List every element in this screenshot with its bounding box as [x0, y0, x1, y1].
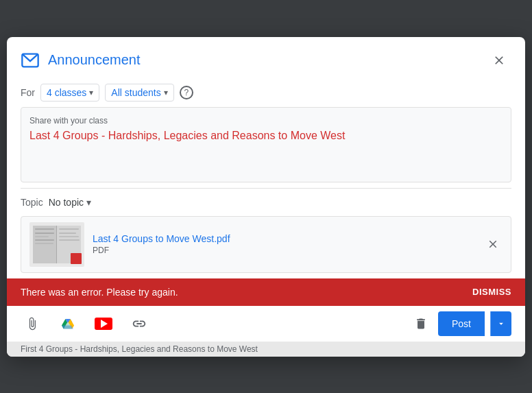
attachment-name-link: Move West [166, 233, 214, 244]
youtube-button[interactable] [92, 312, 115, 335]
attachment-remove-button[interactable] [483, 235, 503, 254]
attachment-name: Last 4 Groups to Move West.pdf [93, 233, 475, 244]
classes-value: 4 classes [47, 87, 86, 98]
for-label: For [21, 87, 35, 98]
attachment-item: Last 4 Groups to Move West.pdf PDF [21, 216, 511, 273]
footer-actions: Post [409, 311, 511, 336]
overlay: Announcement For 4 classes ▾ All student… [0, 0, 532, 393]
attachment-name-prefix: Last 4 Groups to [93, 233, 166, 244]
attachment-type: PDF [93, 246, 475, 255]
topic-dropdown[interactable]: No topic ▾ [49, 197, 91, 208]
page-left [33, 226, 57, 263]
google-drive-button[interactable] [56, 312, 80, 335]
youtube-play-icon [101, 320, 108, 328]
delete-button[interactable] [409, 312, 433, 335]
topic-label: Topic [21, 197, 43, 208]
footer-icons [21, 312, 409, 335]
topic-value: No topic [49, 197, 84, 208]
text-area-content: Last 4 Groups - Hardships, Legacies and … [29, 130, 503, 142]
google-drive-icon [60, 317, 75, 331]
announcement-icon [21, 51, 40, 70]
for-row: For 4 classes ▾ All students ▾ ? [7, 81, 525, 107]
help-icon[interactable]: ? [180, 86, 193, 99]
remove-icon [487, 238, 499, 250]
announcement-dialog: Announcement For 4 classes ▾ All student… [7, 37, 525, 357]
error-message: There was an error. Please try again. [21, 287, 178, 298]
announcement-text-area[interactable]: Share with your class Last 4 Groups - Ha… [21, 107, 511, 182]
dismiss-button[interactable]: DISMISS [472, 287, 511, 297]
dialog-title: Announcement [48, 52, 487, 68]
paperclip-icon [25, 317, 39, 331]
post-button[interactable]: Post [438, 311, 485, 336]
classes-dropdown[interactable]: 4 classes ▾ [40, 84, 99, 102]
pdf-corner-mark [71, 253, 82, 264]
link-icon [132, 316, 147, 331]
topic-chevron-icon: ▾ [86, 197, 91, 208]
attachment-info: Last 4 Groups to Move West.pdf PDF [93, 233, 475, 255]
post-chevron-icon [496, 319, 506, 329]
attachment-thumbnail [29, 222, 84, 267]
dialog-header: Announcement [7, 37, 525, 81]
students-dropdown[interactable]: All students ▾ [105, 84, 173, 102]
close-icon [492, 53, 506, 67]
attachment-name-suffix: .pdf [214, 233, 230, 244]
students-value: All students [111, 87, 160, 98]
topic-row: Topic No topic ▾ [7, 189, 525, 216]
post-dropdown-button[interactable] [490, 311, 511, 336]
dialog-footer: Post [7, 306, 525, 342]
bottom-hint: First 4 Groups - Hardships, Legacies and… [7, 342, 525, 357]
error-banner: There was an error. Please try again. DI… [7, 278, 525, 306]
text-area-placeholder: Share with your class [29, 116, 503, 126]
youtube-icon [95, 318, 112, 330]
attach-file-button[interactable] [21, 312, 44, 335]
close-button[interactable] [487, 48, 511, 73]
classes-chevron-icon: ▾ [89, 88, 93, 97]
trash-icon [414, 317, 428, 331]
add-link-button[interactable] [128, 312, 151, 335]
students-chevron-icon: ▾ [164, 88, 168, 97]
bottom-hint-text: First 4 Groups - Hardships, Legacies and… [21, 344, 258, 354]
